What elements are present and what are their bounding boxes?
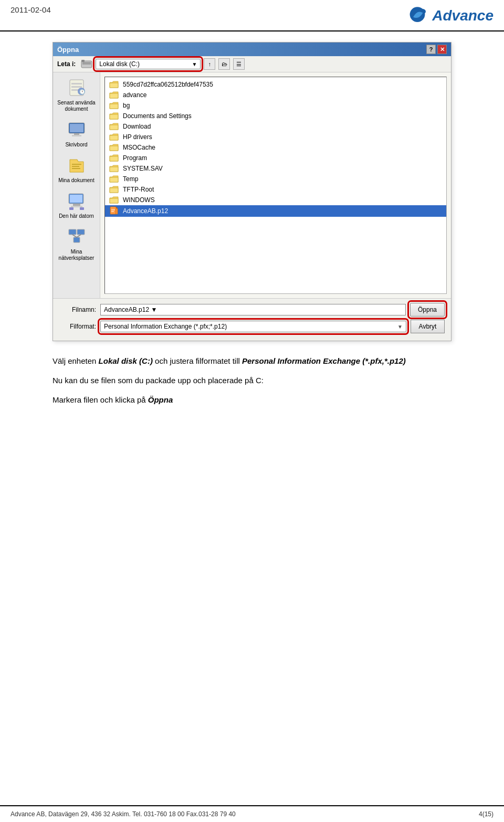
file-name: Download: [123, 123, 151, 130]
svg-rect-26: [74, 237, 80, 243]
view-button[interactable]: ☰: [233, 58, 245, 70]
file-item-program[interactable]: Program: [105, 153, 446, 163]
filename-row: Filnamn: AdvanceAB.p12 ▼ Öppna: [59, 303, 445, 317]
filename-value: AdvanceAB.p12: [104, 306, 149, 313]
cancel-button[interactable]: Avbryt: [411, 320, 445, 333]
svg-rect-16: [72, 166, 79, 167]
file-name: TFTP-Root: [123, 186, 154, 193]
sidebar-item-mydocs[interactable]: Mina dokument: [56, 155, 98, 184]
network-icon: [67, 227, 87, 247]
sidebar-label-recent: Senast använda dokument: [56, 100, 98, 112]
dialog-title: Öppna: [57, 46, 79, 54]
svg-rect-3: [82, 62, 91, 65]
date-label: 2011-02-04: [10, 5, 51, 14]
page-number: 4(15): [479, 810, 494, 818]
file-name: WINDOWS: [123, 196, 155, 204]
page-header: 2011-02-04 Advance: [0, 0, 504, 31]
file-item-windows[interactable]: WINDOWS: [105, 195, 446, 205]
mydocs-icon: [67, 155, 87, 175]
file-name: HP drivers: [123, 133, 152, 141]
description-text: Välj enheten Lokal disk (C:) och justera…: [52, 354, 452, 407]
file-item-bg[interactable]: bg: [105, 100, 446, 111]
file-item-advance[interactable]: advance: [105, 90, 446, 100]
sidebar-item-network[interactable]: Mina nätverksplatser: [56, 227, 98, 261]
svg-rect-17: [72, 168, 80, 169]
dialog-body: 🕐 Senast använda dokument Skrivbord: [53, 72, 451, 298]
format-dropdown-arrow-icon: ▼: [397, 324, 403, 330]
svg-rect-23: [80, 207, 84, 210]
file-item-download[interactable]: Download: [105, 121, 446, 132]
up-folder-button[interactable]: ↑: [204, 58, 215, 70]
desc-line3-bold: Öppna: [148, 395, 173, 404]
folder-icon: [109, 101, 119, 110]
desc-line1-pre: Välj enheten: [52, 356, 99, 365]
help-button[interactable]: ?: [426, 45, 436, 54]
sidebar-item-recent[interactable]: 🕐 Senast använda dokument: [56, 78, 98, 112]
disk-icon: [81, 59, 92, 69]
desc-line3: Markera filen och klicka på Öppna: [52, 393, 452, 407]
folder-icon: [109, 133, 119, 141]
desc-p12: p12): [390, 356, 406, 365]
filename-input[interactable]: AdvanceAB.p12 ▼: [100, 304, 406, 315]
format-value: Personal Information Exchange (*.pfx;*.p…: [104, 323, 227, 330]
file-item-tftp[interactable]: TFTP-Root: [105, 184, 446, 195]
svg-rect-6: [71, 83, 82, 85]
svg-line-27: [72, 235, 77, 237]
file-item-hp[interactable]: HP drivers: [105, 132, 446, 142]
svg-line-28: [77, 235, 81, 237]
company-info: Advance AB, Datavägen 29, 436 32 Askim. …: [10, 810, 236, 818]
svg-text:🕐: 🕐: [79, 89, 86, 95]
svg-rect-20: [73, 204, 80, 206]
p12-file-icon: [109, 206, 119, 216]
folder-icon: [109, 122, 119, 131]
folder-icon: [109, 154, 119, 162]
logo-text: Advance: [432, 7, 494, 24]
folder-icon: [109, 143, 119, 152]
sidebar-label-mydocs: Mina dokument: [58, 177, 94, 184]
file-list[interactable]: 559cd7d2ffca062512bfdef47535 advance bg: [104, 77, 447, 294]
desc-line1-bold: Lokal disk (C:): [99, 356, 153, 365]
location-dropdown[interactable]: Lokal disk (C:) ▼: [96, 59, 201, 69]
sidebar-item-desktop[interactable]: Skrivbord: [56, 120, 98, 148]
sidebar-label-computer: Den här datorn: [59, 213, 94, 219]
filename-label: Filnamn:: [59, 306, 96, 313]
folder-icon: [109, 91, 119, 99]
desc-line1-bold2: Personal Information Exchange (*.pfx,*.p…: [242, 356, 406, 365]
new-folder-button[interactable]: 🗁: [218, 58, 230, 70]
main-content: Öppna ? ✕ Leta i: Lokal disk (C:) ▼ ↑ 🗁 …: [0, 31, 504, 423]
folder-icon: [109, 164, 119, 173]
desc-line2: Nu kan du se filen som du packade upp oc…: [52, 373, 452, 387]
titlebar-buttons: ? ✕: [426, 45, 447, 54]
open-button[interactable]: Öppna: [410, 303, 445, 317]
folder-icon: [109, 185, 119, 194]
logo-area: Advance: [407, 5, 494, 26]
svg-rect-21: [71, 206, 82, 207]
file-item-docs[interactable]: Documents and Settings: [105, 111, 446, 121]
svg-rect-14: [72, 135, 81, 136]
close-button[interactable]: ✕: [437, 45, 447, 54]
svg-rect-15: [72, 164, 81, 165]
file-item-mso[interactable]: MSOCache: [105, 142, 446, 153]
desktop-icon: [67, 120, 87, 140]
file-item-559[interactable]: 559cd7d2ffca062512bfdef47535: [105, 79, 446, 90]
computer-icon: [67, 191, 87, 211]
location-label: Leta i:: [57, 60, 76, 68]
file-name: Documents and Settings: [123, 112, 192, 120]
dialog-titlebar: Öppna ? ✕: [53, 43, 451, 56]
folder-icon: [109, 196, 119, 204]
recent-icon: 🕐: [67, 78, 87, 98]
file-item-system[interactable]: SYSTEM.SAV: [105, 163, 446, 174]
svg-rect-25: [77, 229, 85, 235]
file-name: bg: [123, 102, 130, 109]
file-name: Program: [123, 154, 147, 162]
format-dropdown[interactable]: Personal Information Exchange (*.pfx;*.p…: [100, 321, 406, 332]
file-name: AdvanceAB.p12: [123, 207, 168, 215]
dialog-screenshot: Öppna ? ✕ Leta i: Lokal disk (C:) ▼ ↑ 🗁 …: [52, 42, 452, 341]
file-item-advanceab[interactable]: AdvanceAB.p12: [105, 205, 446, 217]
svg-rect-19: [70, 195, 82, 203]
desc-line3-pre: Markera filen och klicka på: [52, 395, 148, 404]
folder-icon: [109, 175, 119, 183]
sidebar-item-computer[interactable]: Den här datorn: [56, 191, 98, 219]
format-row: Filformat: Personal Information Exchange…: [59, 320, 445, 333]
file-item-temp[interactable]: Temp: [105, 174, 446, 184]
